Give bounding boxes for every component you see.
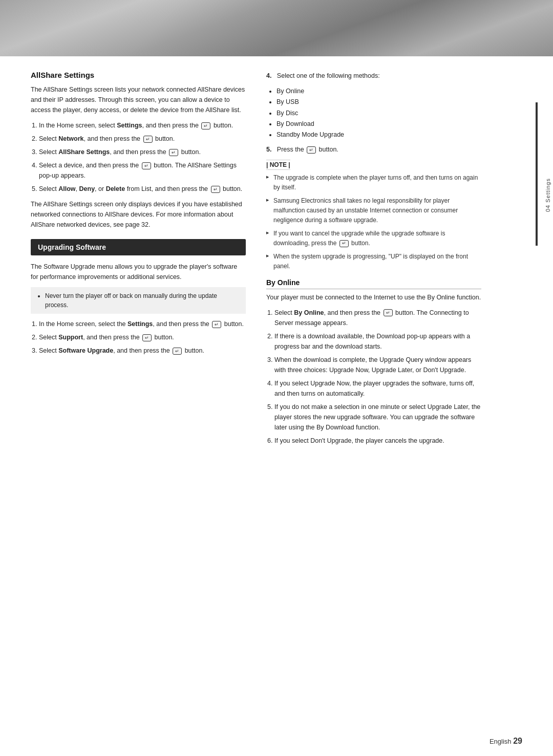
method-usb: By USB: [276, 97, 481, 107]
methods-list: By Online By USB By Disc By Download Sta…: [276, 86, 481, 140]
step5-text: 5. Press the button.: [266, 144, 481, 155]
by-online-desc: Your player must be connected to the Int…: [266, 292, 481, 303]
right-column: 4. Select one of the following methods: …: [266, 71, 481, 451]
main-content: AllShare Settings The AllShare Settings …: [0, 56, 553, 471]
upgrade-step1-bold: Settings: [127, 320, 153, 328]
by-online-title: By Online: [266, 278, 481, 289]
allshare-step-3: Select AllShare Settngs, and then press …: [39, 147, 246, 157]
enter-button-icon-11: [384, 309, 393, 316]
upgrade-step-1: In the Home screen, select the Settings,…: [39, 319, 246, 329]
note-title: | NOTE |: [266, 160, 290, 170]
upgrade-note-item: Never turn the player off or back on man…: [45, 291, 240, 310]
by-online-steps-list: Select By Online, and then press the but…: [274, 308, 481, 446]
upgrade-step-2: Select Support, and then press the butto…: [39, 332, 246, 342]
left-column: AllShare Settings The AllShare Settings …: [31, 71, 246, 451]
by-online-step-4: If you select Upgrade Now, the player up…: [274, 378, 481, 399]
enter-button-icon-5: [211, 186, 220, 193]
allshare-step-2: Select Network, and then press the butto…: [39, 134, 246, 144]
upgrade-banner: Upgrading Software: [31, 239, 246, 255]
footer-english: English: [490, 738, 513, 745]
allshare-step5-bold3: Delete: [106, 185, 125, 192]
by-online-step-3: When the download is complete, the Upgra…: [274, 355, 481, 375]
upgrade-steps-list: In the Home screen, select the Settings,…: [39, 319, 246, 356]
enter-button-icon-4: [142, 162, 151, 169]
enter-button-icon-10: [339, 240, 349, 247]
enter-button-icon-2: [143, 136, 153, 143]
by-online-step-6: If you select Don't Upgrade, the player …: [274, 436, 481, 446]
allshare-steps-list: In the Home screen, select Settings, and…: [39, 120, 246, 194]
upgrade-desc: The Software Upgrade menu allows you to …: [31, 262, 246, 282]
allshare-footer: The AllShare Settings screen only displa…: [31, 199, 246, 230]
allshare-step-4: Select a device, and then press the butt…: [39, 160, 246, 181]
side-tab-label: 04 Settings: [543, 174, 553, 216]
step4-intro: 4. Select one of the following methods:: [266, 71, 481, 81]
upgrade-step-3: Select Software Upgrade, and then press …: [39, 345, 246, 356]
by-online-bold: By Online: [294, 309, 324, 316]
upgrade-note-list: Never turn the player off or back on man…: [45, 291, 240, 310]
method-disc: By Disc: [276, 108, 481, 119]
note-block: | NOTE | The upgrade is complete when th…: [266, 160, 481, 271]
side-tab-bar: [536, 102, 538, 246]
allshare-step5-bold1: Allow: [58, 185, 75, 192]
method-standby: Standby Mode Upgrade: [276, 129, 481, 140]
note-items: The upgrade is complete when the player …: [266, 173, 481, 271]
allshare-step-1: In the Home screen, select Settings, and…: [39, 120, 246, 131]
enter-button-icon-6: [212, 321, 221, 328]
note-item-2: Samsung Electronics shall takes no legal…: [266, 196, 481, 225]
by-online-step-2: If there is a download available, the Do…: [274, 331, 481, 352]
allshare-desc: The AllShare Settings screen lists your …: [31, 84, 246, 115]
enter-button-icon-7: [142, 334, 152, 341]
method-download: By Download: [276, 119, 481, 129]
allshare-step5-bold2: Deny: [79, 185, 95, 192]
enter-button-icon-8: [173, 348, 182, 355]
enter-button-icon-3: [169, 149, 178, 156]
by-online-step-1: Select By Online, and then press the but…: [274, 308, 481, 328]
page-number: 29: [513, 737, 522, 745]
allshare-step2-bold: Network: [58, 135, 83, 142]
note-item-4: When the system upgrade is progressing, …: [266, 252, 481, 271]
upgrade-note-box: Never turn the player off or back on man…: [31, 287, 246, 314]
allshare-step3-bold: AllShare Settngs: [58, 148, 110, 156]
enter-button-icon-1: [201, 122, 210, 129]
method-online: By Online: [276, 86, 481, 97]
allshare-title: AllShare Settings: [31, 71, 246, 79]
upgrade-step2-bold: Support: [58, 334, 83, 341]
enter-button-icon-9: [307, 146, 316, 154]
upgrade-step3-bold: Software Upgrade: [58, 347, 113, 354]
note-item-3: If you want to cancel the upgrade while …: [266, 229, 481, 248]
note-item-1: The upgrade is complete when the player …: [266, 173, 481, 192]
allshare-step1-bold: Settings: [117, 122, 142, 129]
by-online-step-5: If you do not make a selection in one mi…: [274, 402, 481, 433]
page-footer: English 29: [490, 737, 522, 746]
allshare-step-5: Select Allow, Deny, or Delete from List,…: [39, 184, 246, 194]
header-banner: [0, 0, 553, 56]
